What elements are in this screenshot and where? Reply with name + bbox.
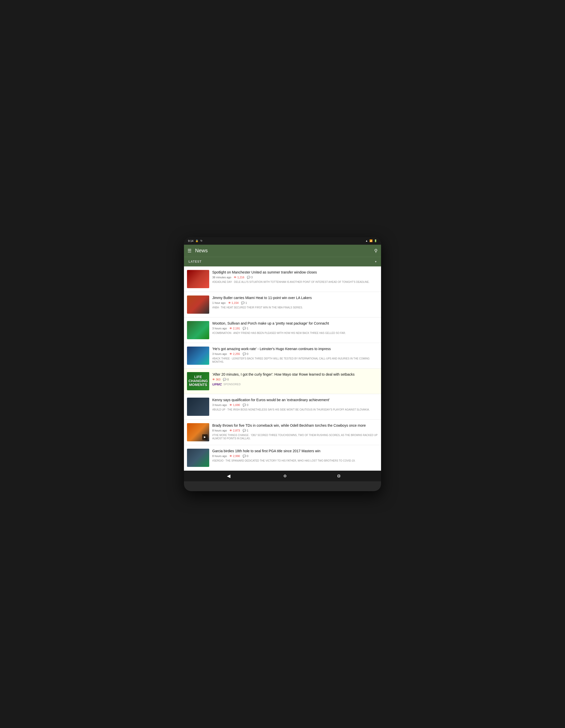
list-item[interactable]: 'He's got amazing work-rate' - Leinster'… [184, 343, 381, 369]
comment-icon: 💬 [243, 454, 246, 458]
news-time: 3 hours ago [212, 327, 227, 330]
eye-icon: 👁 [230, 403, 232, 406]
news-meta: 3 hours ago👁 1,690💬 3 [212, 403, 378, 407]
list-item[interactable]: ▶Brady throws for five TDs in comeback w… [184, 420, 381, 445]
news-comments: 💬 0 [243, 352, 249, 356]
filter-bar[interactable]: LATEST ▾ [184, 257, 381, 266]
news-content: 'After 20 minutes, I got the curly finge… [212, 372, 378, 386]
toolbar: ☰ News ⚲ [184, 245, 381, 257]
news-title: Garcia birdies 18th hole to seal first P… [212, 449, 378, 453]
news-meta: 3 hours ago👁 2,191💬 1 [212, 327, 378, 330]
news-content: Kenny says qualification for Euros would… [212, 398, 378, 411]
back-button[interactable]: ◀ [225, 471, 233, 481]
news-comments: 💬 0 [243, 454, 249, 458]
news-title: Wootton, Sullivan and Porch make up a 'p… [212, 321, 378, 326]
news-views: 👁 1,154 [228, 301, 239, 304]
status-time: 9:14 [188, 239, 193, 242]
news-content: Jimmy Butler carries Miami Heat to 11-po… [212, 295, 378, 309]
news-thumbnail [187, 270, 209, 288]
comment-icon: 💬 [241, 301, 245, 305]
nav-bar: ◀ [184, 471, 381, 481]
news-tag: #THE MORE THINGS CHANGE · 'OBJ' SCORED T… [212, 434, 378, 440]
recents-button[interactable] [337, 475, 340, 477]
news-tag: #SERGIO · THE SPANIARD DEDICATED THE VIC… [212, 459, 378, 462]
device-frame: 9:14 🔒 ↻ ▲ 📶 🔋 ☰ News ⚲ LATEST ▾ Spotlig… [184, 237, 381, 491]
menu-icon[interactable]: ☰ [188, 248, 192, 254]
news-thumbnail [187, 398, 209, 416]
filter-dropdown-icon[interactable]: ▾ [375, 260, 376, 263]
news-title: Jimmy Butler carries Miami Heat to 11-po… [212, 295, 378, 300]
eye-icon: 👁 [228, 301, 231, 304]
news-thumbnail: ▶ [187, 423, 209, 441]
news-content: Spotlight on Manchester United as summer… [212, 270, 378, 284]
eye-icon: 👁 [212, 378, 215, 381]
wifi-icon: ▲ [365, 239, 368, 242]
news-views: 👁 2,255 [230, 352, 240, 355]
play-icon: ▶ [202, 434, 208, 440]
news-comments: 💬 0 [223, 378, 229, 381]
news-tag: #DEADLINE DAY · DELE ALLI'S SITUATION WI… [212, 280, 378, 284]
news-content: Brady throws for five TDs in comeback wi… [212, 423, 378, 440]
news-time: 3 hours ago [212, 352, 227, 355]
news-thumbnail [187, 347, 209, 365]
news-comments: 💬 1 [241, 301, 247, 305]
comment-icon: 💬 [247, 276, 251, 279]
comment-icon: 💬 [243, 403, 246, 407]
news-content: Garcia birdies 18th hole to seal first P… [212, 449, 378, 462]
eye-icon: 👁 [230, 429, 232, 432]
news-content: 'He's got amazing work-rate' - Leinster'… [212, 347, 378, 363]
filter-label: LATEST [189, 260, 375, 263]
news-views: 👁 2,873 [230, 429, 240, 432]
news-content: Wootton, Sullivan and Porch make up a 'p… [212, 321, 378, 335]
news-time: 3 hours ago [212, 403, 227, 406]
news-meta: 8 hours ago👁 2,873💬 1 [212, 429, 378, 432]
signal-icon: 📶 [369, 239, 372, 242]
eye-icon: 👁 [230, 327, 232, 330]
news-title: 'He's got amazing work-rate' - Leinster'… [212, 347, 378, 351]
news-meta: 1 hour ago👁 1,154💬 1 [212, 301, 378, 305]
news-time: 38 minutes ago [212, 276, 231, 279]
status-bar-right: ▲ 📶 🔋 [365, 239, 377, 242]
search-icon[interactable]: ⚲ [374, 248, 377, 254]
status-bar: 9:14 🔒 ↻ ▲ 📶 🔋 [184, 237, 381, 245]
list-item[interactable]: Wootton, Sullivan and Porch make up a 'p… [184, 317, 381, 343]
news-title: Kenny says qualification for Euros would… [212, 398, 378, 402]
home-button[interactable] [284, 475, 286, 477]
news-meta: 3 hours ago👁 2,255💬 0 [212, 352, 378, 356]
list-item[interactable]: LIFECHANGINGMOMENTS'After 20 minutes, I … [184, 369, 381, 394]
comment-icon: 💬 [243, 352, 246, 356]
news-thumbnail: LIFECHANGINGMOMENTS [187, 372, 209, 390]
sponsored-label: SPONSORED [224, 383, 241, 386]
news-views: 👁 2,191 [230, 327, 240, 330]
toolbar-left: ☰ News [188, 248, 208, 254]
list-item[interactable]: Garcia birdies 18th hole to seal first P… [184, 445, 381, 471]
news-thumbnail [187, 449, 209, 467]
toolbar-title: News [195, 248, 208, 254]
comment-icon: 💬 [243, 327, 246, 330]
list-item[interactable]: Spotlight on Manchester United as summer… [184, 266, 381, 292]
news-tag: #BACK THREE · LEINSTER'S BACK THREE DEPT… [212, 357, 378, 363]
status-bar-left: 9:14 🔒 ↻ [188, 239, 203, 242]
news-meta: 👁 363💬 0 [212, 378, 378, 381]
news-comments: 💬 3 [243, 403, 249, 407]
news-time: 8 hours ago [212, 429, 227, 432]
news-time: 1 hour ago [212, 301, 226, 304]
list-item[interactable]: Jimmy Butler carries Miami Heat to 11-po… [184, 292, 381, 317]
news-views: 👁 363 [212, 378, 220, 381]
news-tag: #BUILD UP · THE IRISH BOSS NONETHELESS S… [212, 408, 378, 411]
news-title: 'After 20 minutes, I got the curly finge… [212, 372, 378, 377]
lock-icon: 🔒 [195, 239, 198, 242]
news-title: Brady throws for five TDs in comeback wi… [212, 423, 378, 428]
news-tag: #NBA · THE HEAT SECURED THEIR FIRST WIN … [212, 306, 378, 309]
eye-icon: 👁 [230, 454, 232, 458]
sync-icon: ↻ [200, 239, 203, 242]
news-meta: 38 minutes ago👁 1,216💬 3 [212, 276, 378, 279]
news-views: 👁 1,216 [234, 276, 244, 279]
news-comments: 💬 3 [247, 276, 253, 279]
news-time: 8 hours ago [212, 454, 227, 458]
list-item[interactable]: Kenny says qualification for Euros would… [184, 394, 381, 420]
comment-icon: 💬 [223, 378, 227, 381]
battery-icon: 🔋 [374, 239, 377, 242]
news-thumbnail [187, 295, 209, 314]
news-thumbnail [187, 321, 209, 339]
